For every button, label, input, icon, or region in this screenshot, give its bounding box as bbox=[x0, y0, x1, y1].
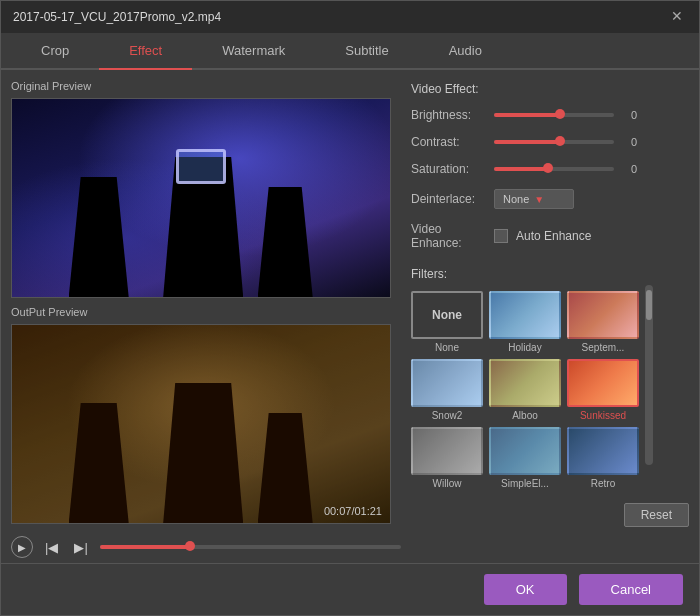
filter-name-alboo: Alboo bbox=[512, 410, 538, 421]
filters-area: None None Holiday Septem... bbox=[411, 285, 689, 489]
none-text: None bbox=[432, 308, 462, 322]
next-frame-button[interactable]: ▶| bbox=[70, 538, 91, 557]
output-preview-box: 00:07/01:21 bbox=[11, 324, 391, 524]
filter-name-none: None bbox=[435, 342, 459, 353]
prev-frame-button[interactable]: |◀ bbox=[41, 538, 62, 557]
silhouette-1 bbox=[69, 177, 129, 297]
saturation-slider[interactable] bbox=[494, 167, 614, 171]
output-label: OutPut Preview bbox=[11, 306, 401, 318]
phone-shape bbox=[176, 149, 226, 184]
dropdown-arrow-icon: ▼ bbox=[534, 194, 544, 205]
video-enhance-row: Video Enhance: Auto Enhance bbox=[411, 222, 689, 250]
play-button[interactable]: ▶ bbox=[11, 536, 33, 558]
deinterlace-row: Deinterlace: None ▼ bbox=[411, 189, 689, 209]
ok-button[interactable]: OK bbox=[484, 574, 567, 605]
brightness-slider[interactable] bbox=[494, 113, 614, 117]
saturation-label: Saturation: bbox=[411, 162, 486, 176]
filter-name-september: Septem... bbox=[582, 342, 625, 353]
filter-thumb-september bbox=[567, 291, 639, 339]
auto-enhance-checkbox[interactable] bbox=[494, 229, 508, 243]
title-bar: 2017-05-17_VCU_2017Promo_v2.mp4 ✕ bbox=[1, 1, 699, 33]
filter-name-willow: Willow bbox=[433, 478, 462, 489]
filter-name-snow2: Snow2 bbox=[432, 410, 463, 421]
brightness-label: Brightness: bbox=[411, 108, 486, 122]
cancel-button[interactable]: Cancel bbox=[579, 574, 683, 605]
output-preview-image bbox=[12, 325, 390, 523]
saturation-fill bbox=[494, 167, 548, 171]
filter-simpleel[interactable]: SimpleEl... bbox=[489, 427, 561, 489]
original-preview-box bbox=[11, 98, 391, 298]
contrast-row: Contrast: 0 bbox=[411, 135, 689, 149]
contrast-fill bbox=[494, 140, 560, 144]
filter-name-holiday: Holiday bbox=[508, 342, 541, 353]
contrast-slider[interactable] bbox=[494, 140, 614, 144]
progress-bar[interactable] bbox=[100, 545, 401, 549]
filter-thumb-willow bbox=[411, 427, 483, 475]
brightness-row: Brightness: 0 bbox=[411, 108, 689, 122]
filter-willow[interactable]: Willow bbox=[411, 427, 483, 489]
original-preview-section: Original Preview bbox=[11, 80, 401, 298]
main-window: 2017-05-17_VCU_2017Promo_v2.mp4 ✕ Crop E… bbox=[0, 0, 700, 616]
filter-thumb-snow2 bbox=[411, 359, 483, 407]
video-enhance-label: Video Enhance: bbox=[411, 222, 486, 250]
footer: OK Cancel bbox=[1, 563, 699, 615]
scrollbar-thumb bbox=[646, 290, 652, 320]
auto-enhance-label: Auto Enhance bbox=[516, 229, 591, 243]
original-preview-image bbox=[12, 99, 390, 297]
output-preview-section: OutPut Preview 00:07/01:21 bbox=[11, 306, 401, 524]
close-button[interactable]: ✕ bbox=[671, 9, 687, 25]
tab-subtitle[interactable]: Subtitle bbox=[315, 33, 418, 68]
contrast-thumb bbox=[555, 136, 565, 146]
reset-row: Reset bbox=[411, 503, 689, 527]
progress-fill bbox=[100, 545, 190, 549]
filter-retro[interactable]: Retro bbox=[567, 427, 639, 489]
filters-scrollbar[interactable] bbox=[645, 285, 653, 465]
saturation-row: Saturation: 0 bbox=[411, 162, 689, 176]
tab-effect[interactable]: Effect bbox=[99, 33, 192, 68]
output-silhouette-2 bbox=[163, 383, 243, 523]
main-content: Original Preview OutPut Preview bbox=[1, 70, 699, 563]
playback-controls: ▶ |◀ ▶| bbox=[11, 532, 401, 562]
filter-september[interactable]: Septem... bbox=[567, 291, 639, 353]
filter-holiday[interactable]: Holiday bbox=[489, 291, 561, 353]
tab-bar: Crop Effect Watermark Subtitle Audio bbox=[1, 33, 699, 70]
filter-thumb-retro bbox=[567, 427, 639, 475]
original-label: Original Preview bbox=[11, 80, 401, 92]
filter-thumb-sunkissed bbox=[567, 359, 639, 407]
filters-grid: None None Holiday Septem... bbox=[411, 291, 639, 489]
filter-thumb-alboo bbox=[489, 359, 561, 407]
brightness-value: 0 bbox=[622, 109, 637, 121]
filter-name-sunkissed: Sunkissed bbox=[580, 410, 626, 421]
deinterlace-dropdown[interactable]: None ▼ bbox=[494, 189, 574, 209]
filter-name-simpleel: SimpleEl... bbox=[501, 478, 549, 489]
filter-name-retro: Retro bbox=[591, 478, 615, 489]
filters-title: Filters: bbox=[411, 267, 689, 281]
filters-section: Filters: None None Holiday bbox=[411, 267, 689, 489]
filter-sunkissed[interactable]: Sunkissed bbox=[567, 359, 639, 421]
filter-snow2[interactable]: Snow2 bbox=[411, 359, 483, 421]
silhouette-3 bbox=[258, 187, 313, 297]
saturation-thumb bbox=[543, 163, 553, 173]
deinterlace-value: None bbox=[503, 193, 529, 205]
tab-audio[interactable]: Audio bbox=[419, 33, 512, 68]
saturation-value: 0 bbox=[622, 163, 637, 175]
window-title: 2017-05-17_VCU_2017Promo_v2.mp4 bbox=[13, 10, 221, 24]
tab-watermark[interactable]: Watermark bbox=[192, 33, 315, 68]
brightness-fill bbox=[494, 113, 560, 117]
brightness-thumb bbox=[555, 109, 565, 119]
video-effect-title: Video Effect: bbox=[411, 82, 689, 96]
filter-alboo[interactable]: Alboo bbox=[489, 359, 561, 421]
progress-thumb bbox=[185, 541, 195, 551]
filter-thumb-simpleel bbox=[489, 427, 561, 475]
output-timestamp: 00:07/01:21 bbox=[324, 505, 382, 517]
contrast-label: Contrast: bbox=[411, 135, 486, 149]
right-panel: Video Effect: Brightness: 0 Contrast: bbox=[411, 80, 689, 553]
reset-button[interactable]: Reset bbox=[624, 503, 689, 527]
filter-thumb-holiday bbox=[489, 291, 561, 339]
filter-none[interactable]: None None bbox=[411, 291, 483, 353]
contrast-value: 0 bbox=[622, 136, 637, 148]
deinterlace-label: Deinterlace: bbox=[411, 192, 486, 206]
tab-crop[interactable]: Crop bbox=[11, 33, 99, 68]
left-panel: Original Preview OutPut Preview bbox=[11, 80, 401, 553]
filter-thumb-none: None bbox=[411, 291, 483, 339]
